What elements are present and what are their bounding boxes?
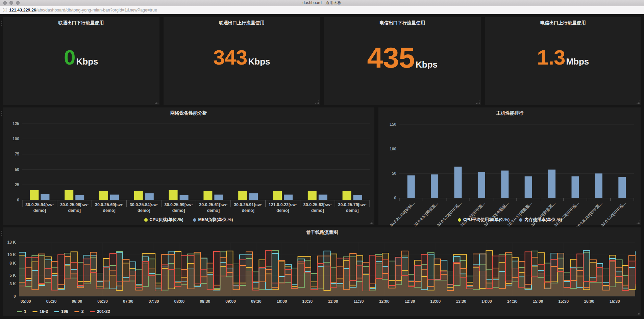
url-bar[interactable]: i 121.43.229.26/abc/dashboard/db/tong-yo… [0, 6, 644, 14]
stat-unit: Kbps [248, 56, 270, 67]
panel-title[interactable]: 骨干线路流量图 [3, 227, 641, 236]
stat-value: 343 [213, 47, 247, 68]
legend-item[interactable]: 196 [54, 309, 68, 314]
legend-item[interactable]: MEM负载(单位:%) [193, 217, 233, 223]
stat-panel-telecom-down: 电信出口下行流量使用 435Kbps [324, 17, 481, 105]
bar [431, 174, 438, 198]
x-axis-label: 07:30 [149, 299, 159, 304]
legend-item[interactable]: 16-3 [32, 309, 48, 314]
bar [145, 193, 154, 200]
panel-title[interactable]: 主机性能排行 [378, 107, 641, 118]
middle-row: 网络设备性能分析 025507510012530.0.25.94[sw-demo… [3, 107, 641, 225]
x-axis-label: 06:30 [97, 299, 108, 304]
legend-item[interactable]: CPU负载(单位:%) [144, 217, 183, 223]
y-axis-label: 13 K [7, 240, 16, 245]
x-axis-label: 30.0.25.84[sw-demo] [130, 202, 158, 213]
y-axis-label: 25 [15, 182, 20, 187]
y-axis-label: 3 K [9, 281, 16, 286]
bar [169, 190, 178, 200]
row-handle[interactable] [1, 231, 2, 236]
legend-swatch-icon [519, 218, 522, 222]
panel-resize-handle[interactable] [636, 100, 640, 104]
stat-value-area: 0Kbps [3, 27, 159, 105]
panel-resize-handle[interactable] [369, 220, 373, 224]
close-button[interactable] [3, 1, 7, 5]
stat-unit: Kbps [76, 56, 98, 67]
stat-value: 1.3 [537, 47, 565, 68]
panel-title[interactable]: 联通出口上行流量使用 [164, 17, 320, 27]
url-host: 121.43.229.26 [9, 8, 36, 13]
bar [319, 195, 327, 200]
bar [353, 195, 362, 200]
panel-title[interactable]: 电信出口上行流量使用 [485, 17, 642, 27]
x-axis-label: 05:30 [46, 299, 57, 304]
panel-resize-handle[interactable] [154, 100, 158, 104]
x-axis-label: 30.0.25.98[sw-demo] [60, 202, 89, 213]
network-performance-panel: 网络设备性能分析 025507510012530.0.25.94[sw-demo… [3, 107, 374, 225]
panel-resize-handle[interactable] [636, 220, 640, 224]
legend-item[interactable]: 2 [74, 309, 84, 314]
bar [548, 170, 555, 198]
bar [343, 191, 351, 200]
legend-swatch-icon [32, 311, 38, 312]
window-controls [3, 1, 20, 5]
bar [284, 195, 293, 200]
bar [618, 177, 626, 198]
row-handle[interactable] [1, 111, 2, 116]
y-axis-label: 0 [394, 196, 396, 200]
panel-title[interactable]: 联通出口下行流量使用 [3, 17, 159, 27]
panel-title[interactable]: 网络设备性能分析 [3, 107, 374, 118]
legend-label: 201-22 [97, 309, 110, 314]
grafana-dashboard: 联通出口下行流量使用 0Kbps 联通出口上行流量使用 343Kbps 电信出口… [0, 14, 644, 316]
bar [273, 191, 282, 200]
legend-item[interactable]: 1 [17, 309, 26, 314]
legend-label: MEM负载(单位:%) [198, 217, 233, 223]
bar [478, 172, 485, 198]
x-axis-label: 30.0.25.94[sw-demo] [25, 202, 54, 213]
row-handle[interactable] [1, 21, 2, 26]
x-axis-label: 12:30 [405, 299, 415, 304]
url-text[interactable]: 121.43.229.26/abc/dashboard/db/tong-yong… [9, 8, 157, 13]
legend-label: CPU负载(单位:%) [150, 217, 183, 223]
minimize-button[interactable] [9, 1, 13, 5]
bar [214, 195, 223, 200]
stat-panel-unicom-down: 联通出口下行流量使用 0Kbps [3, 17, 159, 105]
chart-legend: CPU平均使用率(单位:%)内存使用率(单位:%) [378, 217, 641, 223]
panel-title[interactable]: 电信出口下行流量使用 [324, 17, 481, 27]
zoom-button[interactable] [16, 1, 20, 5]
legend-item[interactable]: 201-22 [90, 309, 110, 314]
legend-swatch-icon [74, 311, 79, 312]
x-axis-label: 30.0.25.79[sw-demo] [338, 202, 367, 213]
legend-label: 16-3 [40, 309, 48, 314]
bottom-row: 骨干线路流量图 03 K5 K8 K10 K13 K05:0005:3006:0… [3, 227, 641, 316]
y-axis-label: 8 K [9, 261, 16, 266]
panel-resize-handle[interactable] [315, 100, 319, 104]
x-axis-label: 13:30 [456, 299, 466, 304]
panel-resize-handle[interactable] [636, 311, 640, 315]
x-axis-label: 10:00 [277, 299, 287, 304]
panel-resize-handle[interactable] [476, 100, 480, 104]
x-axis-label: 13:00 [430, 299, 441, 304]
legend-label: 196 [61, 309, 68, 314]
y-axis-label: 150 [390, 122, 396, 127]
y-axis-label: 50 [15, 167, 20, 172]
y-axis-label: 100 [13, 137, 19, 141]
x-axis-label: 16:30 [610, 299, 620, 304]
bar [238, 191, 247, 200]
x-axis-label: 30.0.25.91[sw-demo] [234, 202, 262, 213]
legend-item[interactable]: 内存使用率(单位:%) [519, 217, 562, 223]
bar [110, 195, 119, 200]
legend-item[interactable]: CPU平均使用率(单位:%) [458, 217, 510, 223]
legend-label: 内存使用率(单位:%) [524, 217, 562, 223]
y-axis-label: 75 [15, 152, 20, 156]
legend-label: 2 [81, 309, 84, 314]
info-icon[interactable]: i [3, 8, 7, 12]
bar [407, 175, 415, 198]
y-axis-label: 125 [13, 121, 19, 126]
bar [572, 176, 579, 198]
bar [75, 195, 84, 200]
stat-unit: Mbps [566, 56, 589, 67]
bar [134, 191, 143, 200]
stat-value-area: 435Kbps [324, 27, 481, 105]
x-axis-label: 08:30 [200, 299, 210, 304]
